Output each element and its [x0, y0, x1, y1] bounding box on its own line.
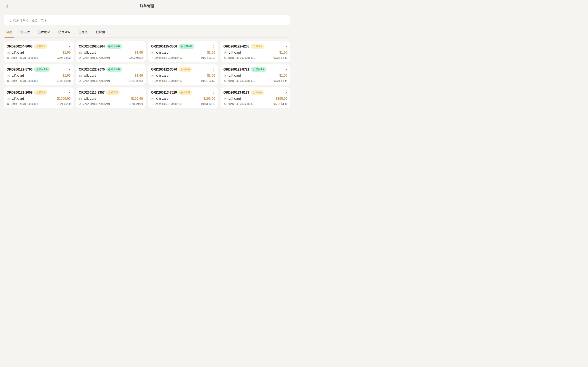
- clock-icon: [181, 68, 183, 71]
- gift-card-bag-icon: [223, 51, 227, 54]
- status-label: 已付全款: [111, 45, 120, 48]
- chevron-right-icon: [68, 45, 71, 48]
- person-icon: [151, 80, 154, 82]
- order-card[interactable]: ORD260113-8133 待支付: [221, 87, 290, 108]
- status-label: 待支付: [256, 91, 262, 94]
- person-icon: [7, 80, 9, 82]
- person-icon: [79, 103, 82, 105]
- chevron-right-icon: [285, 45, 287, 48]
- order-price: $1.00: [135, 51, 143, 54]
- status-label: 待支付: [39, 91, 46, 94]
- product-label: Gift Card: [84, 51, 96, 54]
- order-card[interactable]: ORD260125-3506 已付全款: [148, 42, 218, 62]
- search-bar: [4, 15, 290, 25]
- order-price: $1.00: [62, 51, 71, 54]
- status-label: 待支付: [111, 91, 118, 94]
- order-id: ORD260122-4205: [223, 45, 249, 48]
- status-label: 待支付: [256, 45, 263, 48]
- order-id: ORD260121-8721: [223, 68, 249, 71]
- arrow-left-icon: [6, 4, 11, 8]
- order-card[interactable]: ORD260116-9357 待支付: [76, 87, 146, 108]
- status-badge: 待支付: [34, 90, 48, 95]
- order-id: ORD260121-2059: [7, 91, 33, 94]
- gift-card-bag-icon: [7, 97, 10, 100]
- status-label: 已付全款: [39, 68, 48, 71]
- order-card[interactable]: ORD260121-8721 已付全款: [221, 64, 290, 85]
- product-label: Gift Card: [84, 74, 96, 77]
- person-icon: [79, 80, 82, 82]
- order-card[interactable]: ORD260113-7529 待支付: [148, 87, 218, 108]
- order-price: $1.00: [207, 74, 215, 77]
- search-input[interactable]: [13, 18, 287, 22]
- status-label: 已付全款: [183, 45, 192, 48]
- order-id: ORD260122-5796: [7, 68, 33, 71]
- order-datetime: 02/04 04:32: [57, 56, 71, 59]
- status-badge: 待支付: [178, 90, 192, 95]
- status-badge: 待支付: [251, 90, 264, 95]
- customer-name: Zhen Hou 3179986491: [11, 102, 38, 105]
- gift-card-bag-icon: [7, 51, 10, 54]
- status-badge: 已付全款: [106, 67, 122, 72]
- check-circle-icon: [108, 68, 111, 71]
- customer-name: Zhen Hou 3179986491: [11, 79, 38, 82]
- tab-completed[interactable]: 已完成: [78, 30, 88, 37]
- order-card[interactable]: ORD260122-4205 待支付: [221, 42, 290, 62]
- clock-icon: [36, 45, 38, 48]
- order-id: ORD260116-9357: [79, 91, 104, 94]
- person-icon: [151, 57, 154, 59]
- back-button[interactable]: [5, 3, 11, 9]
- gift-card-bag-icon: [79, 51, 82, 54]
- order-datetime: 01/13 13:49: [201, 102, 215, 105]
- order-datetime: 01/21 23:52: [201, 79, 215, 82]
- product-label: Gift Card: [228, 97, 241, 100]
- gift-card-bag-icon: [79, 97, 82, 100]
- order-id: ORD260113-8133: [223, 91, 249, 94]
- order-id: ORD260113-7529: [151, 91, 177, 94]
- person-icon: [223, 57, 226, 59]
- customer-name: Zhen Hou 3179986491: [155, 56, 182, 59]
- order-card[interactable]: ORD260122-7675 已付全款: [76, 64, 146, 85]
- tab-cancelled[interactable]: 已取消: [95, 30, 105, 37]
- tab-pending[interactable]: 待支付: [20, 30, 30, 37]
- header: 订单管理: [0, 0, 294, 12]
- status-label: 待支付: [39, 45, 46, 48]
- status-badge: 待支付: [106, 90, 120, 95]
- order-card[interactable]: ORD260122-3570 待支付: [148, 64, 218, 85]
- gift-card-bag-icon: [151, 97, 155, 100]
- order-price: $1.00: [207, 51, 215, 54]
- clock-icon: [252, 91, 255, 94]
- order-datetime: 01/21 05:50: [57, 102, 71, 105]
- product-label: Gift Card: [12, 74, 24, 77]
- clock-icon: [180, 91, 183, 94]
- customer-name: Zhen Hou 3179986491: [83, 56, 110, 59]
- status-badge: 待支付: [251, 44, 264, 49]
- order-id: ORD260204-8063: [7, 45, 33, 48]
- person-icon: [151, 103, 154, 105]
- status-label: 已付全款: [256, 68, 265, 71]
- order-price: $100.00: [203, 97, 215, 100]
- order-card[interactable]: ORD260121-2059 待支付: [4, 87, 73, 108]
- chevron-right-icon: [285, 68, 287, 71]
- status-label: 待支付: [183, 91, 190, 94]
- chevron-right-icon: [212, 45, 215, 48]
- person-icon: [79, 57, 82, 59]
- page-title: 订单管理: [140, 4, 154, 8]
- check-circle-icon: [253, 68, 255, 71]
- chevron-right-icon: [68, 91, 71, 94]
- customer-name: Zhen Hou 3179986491: [155, 102, 182, 105]
- order-card[interactable]: ORD260122-5796 已付全款: [4, 64, 73, 85]
- customer-name: Zhen Hou 3179986491: [228, 102, 255, 105]
- gift-card-bag-icon: [79, 74, 82, 77]
- order-id: ORD260202-5264: [79, 45, 105, 48]
- product-label: Gift Card: [228, 74, 241, 77]
- order-card[interactable]: ORD260202-5264 已付全款: [76, 42, 146, 62]
- tab-paid-full[interactable]: 已付全款: [58, 30, 71, 37]
- product-label: Gift Card: [156, 74, 168, 77]
- product-label: Gift Card: [12, 51, 24, 54]
- tab-deposit-paid[interactable]: 已付定金: [37, 30, 51, 37]
- order-card[interactable]: ORD260204-8063 待支付: [4, 42, 73, 62]
- tab-all[interactable]: 全部: [6, 30, 13, 37]
- search-icon: [7, 18, 11, 22]
- product-label: Gift Card: [156, 97, 168, 100]
- orders-grid: ORD260204-8063 待支付: [4, 42, 290, 108]
